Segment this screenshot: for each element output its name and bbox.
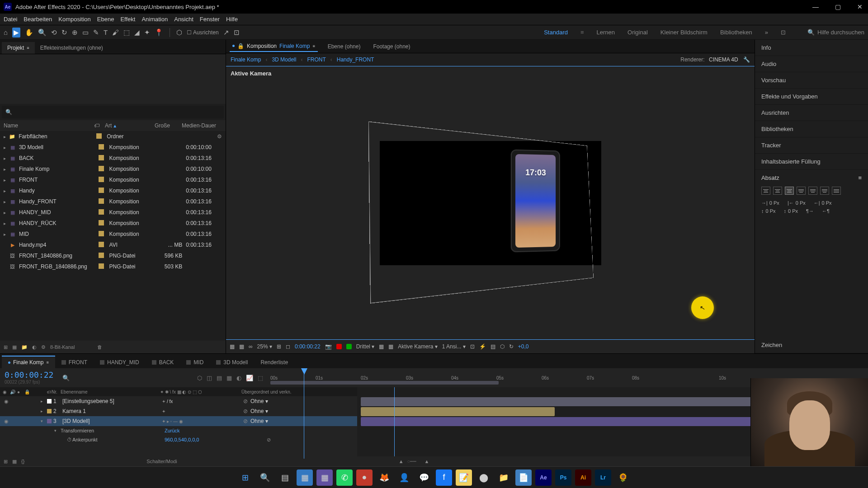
mask-icon[interactable]: ∞ [249, 343, 253, 350]
effect-settings-tab[interactable]: Effekteinstellungen (ohne) [35, 42, 108, 54]
playhead-icon[interactable] [301, 368, 307, 375]
roi-icon[interactable]: ◻ [286, 343, 290, 350]
breadcrumb-0[interactable]: Finale Komp [231, 56, 261, 63]
menu-ebene[interactable]: Ebene [97, 16, 114, 23]
layer-tab[interactable]: Ebene (ohne) [325, 42, 363, 52]
menu-komposition[interactable]: Komposition [58, 16, 91, 23]
toggle-transparency-icon[interactable]: ▦ [379, 343, 384, 350]
col-type[interactable]: Art▲ [105, 122, 155, 129]
project-item[interactable]: ▸ ▦ 3D Modell Komposition 0:00:10:00 [0, 142, 226, 153]
tl-graph-icon[interactable]: 📈 [246, 375, 253, 381]
panel-vorschau[interactable]: Vorschau [755, 72, 868, 89]
anchor-tool-icon[interactable]: ⊕ [72, 28, 78, 37]
whatsapp-icon[interactable]: ✆ [336, 469, 353, 486]
tl-tab-renderliste[interactable]: Renderliste [254, 357, 294, 368]
menu-datei[interactable]: Datei [4, 16, 17, 23]
taskbar-app-1[interactable]: ▦ [297, 469, 313, 486]
camera-dropdown[interactable]: Aktive Kamera ▾ [398, 343, 437, 350]
timeline-icon[interactable]: ▤ [491, 343, 495, 350]
tl-tab-handymid[interactable]: HANDY_MID [94, 357, 146, 368]
taskbar-app-17[interactable]: 🌻 [615, 469, 631, 486]
project-item[interactable]: ▸ ▦ HANDY_RÜCK Komposition 0:00:13:16 [0, 218, 226, 229]
roto-tool-icon[interactable]: ✦ [144, 28, 150, 37]
zoom-tool-icon[interactable]: 🔍 [38, 28, 47, 37]
panel-audio[interactable]: Audio [755, 56, 868, 72]
project-item[interactable]: 🖼 FRONT_1840886.png PNG-Datei 596 KB [0, 250, 226, 261]
direction-ltr-icon[interactable]: ¶→ [806, 208, 814, 214]
zoom-out-icon[interactable]: ▲ [399, 459, 404, 464]
space-before[interactable]: ↕ 0 Px [761, 208, 776, 214]
workspace-reset-icon[interactable]: ⊡ [781, 29, 786, 36]
renderer-value[interactable]: CINEMA 4D [709, 56, 738, 63]
pen-tool-icon[interactable]: ✎ [93, 28, 99, 37]
panel-fuellung[interactable]: Inhaltsbasierte Füllung [755, 154, 868, 170]
channel-green-icon[interactable] [346, 344, 352, 349]
tl-search-icon[interactable]: 🔍 [62, 375, 70, 381]
project-tab[interactable]: Projekt≡ [2, 42, 35, 54]
toggle-switches-icon[interactable]: ⊞ [4, 459, 8, 465]
composition-viewport[interactable]: Aktive Kamera 17:03 [226, 66, 755, 340]
workspace-bibliotheken[interactable]: Bibliotheken [720, 29, 752, 36]
toggle-in-out-icon[interactable]: {} [21, 459, 24, 464]
file-explorer-icon[interactable]: 📁 [495, 469, 512, 486]
indent-right[interactable]: ←| 0 Px [814, 200, 832, 206]
after-effects-icon[interactable]: Ae [535, 469, 552, 486]
messenger-icon[interactable]: 💬 [416, 469, 432, 486]
menu-fenster[interactable]: Fenster [200, 16, 220, 23]
workspace-lernen[interactable]: Lernen [597, 29, 615, 36]
flowchart-icon[interactable]: ⬡ [500, 343, 505, 350]
project-item[interactable]: ▸ ▦ Handy_FRONT Komposition 0:00:13:16 [0, 196, 226, 207]
breadcrumb-3[interactable]: Handy_FRONT [337, 56, 374, 63]
breadcrumb-1[interactable]: 3D Modell [272, 56, 296, 63]
project-item[interactable]: ▸ ▦ MID Komposition 0:00:13:16 [0, 229, 226, 239]
project-item[interactable]: ▶ Handy.mp4 AVI ... MB 0:00:13:16 [0, 239, 226, 250]
toggle-modes-icon[interactable]: ▦ [12, 459, 17, 465]
selection-tool-icon[interactable]: ▶ [12, 28, 20, 38]
tl-tab-3dmodell[interactable]: 3D Modell [210, 357, 254, 368]
facebook-icon[interactable]: f [436, 469, 452, 486]
tl-draft3d-icon[interactable]: ◫ [207, 375, 212, 381]
panel-info[interactable]: Info [755, 40, 868, 56]
orbit-tool-icon[interactable]: ⟲ [51, 28, 57, 37]
indent-first[interactable]: |← 0 Px [788, 200, 806, 206]
col-tag-icon[interactable]: 🏷 [94, 122, 105, 129]
tl-motion-blur-icon[interactable]: ◐ [236, 375, 241, 381]
snap-icon[interactable]: ⬡ [176, 28, 182, 37]
project-search[interactable]: 🔍 [2, 106, 224, 118]
photoshop-icon[interactable]: Ps [555, 469, 571, 486]
illustrator-icon[interactable]: Ai [575, 469, 591, 486]
panel-ausrichten[interactable]: Ausrichten [755, 105, 868, 121]
justify-last-left-icon[interactable] [797, 187, 806, 195]
direction-rtl-icon[interactable]: ←¶ [822, 208, 830, 214]
menu-effekt[interactable]: Effekt [120, 16, 135, 23]
justify-last-right-icon[interactable] [820, 187, 829, 195]
rect-tool-icon[interactable]: ▭ [82, 28, 89, 37]
align-left-icon[interactable] [761, 187, 770, 195]
tl-brainstorm-icon[interactable]: ⬚ [258, 375, 263, 381]
trash-icon[interactable]: 🗑 [97, 344, 102, 350]
workspace-standard[interactable]: Standard [544, 29, 568, 36]
menu-hilfe[interactable]: Hilfe [226, 16, 238, 23]
breadcrumb-2[interactable]: FRONT [307, 56, 326, 63]
new-comp-icon[interactable]: ▦ [12, 344, 17, 350]
snapshot-icon[interactable]: 📷 [325, 343, 332, 350]
obs-icon[interactable]: ⬤ [476, 469, 492, 486]
adjust-icon[interactable]: ◐ [32, 344, 37, 350]
tl-tab-mid[interactable]: MID [180, 357, 210, 368]
workspace-kleiner[interactable]: Kleiner Bildschirm [660, 29, 708, 36]
stamp-tool-icon[interactable]: ⬚ [123, 28, 130, 37]
channel-red-icon[interactable] [336, 344, 342, 349]
taskbar-app-4[interactable]: ● [356, 469, 373, 486]
justify-last-center-icon[interactable] [808, 187, 817, 195]
parent-link-icon[interactable]: ⊘ [267, 437, 271, 443]
tl-frame-blend-icon[interactable]: ▦ [226, 375, 232, 381]
maximize-button[interactable]: ▢ [833, 3, 843, 10]
depth-label[interactable]: 8-Bit-Kanal [50, 344, 75, 350]
project-item[interactable]: ▸ ▦ FRONT Komposition 0:00:13:16 [0, 174, 226, 185]
comp-tab-active[interactable]: 🔒 Komposition Finale Komp ≡ [230, 41, 318, 52]
firefox-icon[interactable]: 🦊 [376, 469, 392, 486]
reset-exposure-icon[interactable]: ↻ [509, 343, 514, 350]
brush-tool-icon[interactable]: 🖌 [112, 28, 119, 36]
views-dropdown[interactable]: 1 Ansi... ▾ [442, 343, 466, 350]
workspace-overflow-icon[interactable]: » [765, 29, 768, 36]
